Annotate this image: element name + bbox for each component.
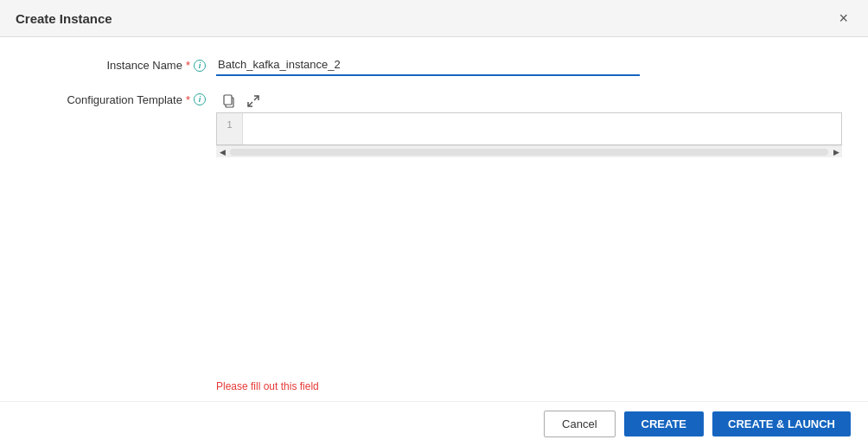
editor-container: 1 ◀ ▶	[216, 90, 842, 157]
create-button[interactable]: CREATE	[624, 411, 704, 436]
instance-name-info-icon: i	[194, 60, 206, 72]
instance-name-row: Instance Name * i	[26, 54, 842, 76]
create-instance-dialog: Create Instance × Instance Name * i Conf…	[0, 0, 868, 446]
instance-name-input[interactable]	[216, 54, 640, 76]
dialog-footer: Cancel CREATE CREATE & LAUNCH	[0, 401, 868, 446]
instance-name-label: Instance Name * i	[26, 59, 216, 72]
config-template-section: Configuration Template * i	[26, 90, 842, 392]
scroll-track	[230, 149, 828, 156]
expand-icon	[246, 94, 260, 108]
dialog-header: Create Instance ×	[0, 0, 868, 37]
expand-button[interactable]	[244, 92, 263, 110]
config-template-info-icon: i	[194, 93, 206, 105]
editor-area-wrapper: 1	[216, 112, 842, 145]
svg-rect-1	[224, 95, 232, 105]
editor-toolbar	[216, 90, 842, 112]
config-required-star: *	[186, 93, 190, 106]
close-button[interactable]: ×	[834, 9, 852, 28]
config-template-label: Configuration Template * i	[26, 90, 216, 106]
scroll-left-arrow[interactable]: ◀	[216, 146, 228, 158]
copy-icon	[222, 94, 236, 108]
horizontal-scrollbar[interactable]: ◀ ▶	[216, 145, 842, 157]
cancel-button[interactable]: Cancel	[544, 411, 615, 437]
create-launch-button[interactable]: CREATE & LAUNCH	[712, 411, 851, 436]
line-numbers: 1	[217, 113, 243, 144]
dialog-title: Create Instance	[16, 11, 112, 26]
error-message: Please fill out this field	[216, 380, 842, 392]
dialog-body: Instance Name * i Configuration Template…	[0, 37, 868, 401]
copy-button[interactable]	[220, 92, 239, 110]
config-template-textarea[interactable]	[243, 113, 841, 144]
config-template-row: Configuration Template * i	[26, 90, 842, 377]
required-star: *	[186, 59, 190, 72]
scroll-right-arrow[interactable]: ▶	[830, 146, 842, 158]
